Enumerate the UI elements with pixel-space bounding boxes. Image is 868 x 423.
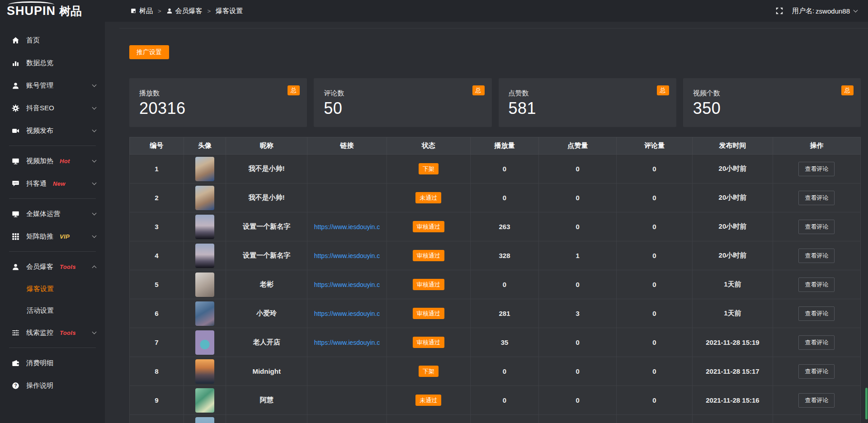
sidebar-subitem[interactable]: 活动设置 xyxy=(0,300,105,321)
sidebar-item[interactable]: 抖音SEO xyxy=(0,97,105,119)
view-comments-button[interactable]: 查看评论 xyxy=(798,249,835,263)
view-comments-button[interactable]: 查看评论 xyxy=(798,306,835,321)
svg-text:?: ? xyxy=(14,383,17,388)
user-icon xyxy=(12,263,19,271)
video-link[interactable]: https://www.iesdouyin.c xyxy=(314,281,380,288)
divider xyxy=(9,348,96,348)
table-row: 4 设置一个新名字 https://www.iesdouyin.c 审核通过 3… xyxy=(130,241,861,270)
chart-icon xyxy=(12,59,19,67)
video-link[interactable]: https://www.iesdouyin.c xyxy=(314,223,380,230)
cell-publish-time: 1天前 xyxy=(693,299,773,328)
table-row: 2 我不是小帅! 未通过 0 0 0 20小时前 查看评论 xyxy=(130,183,861,212)
table-row: 3 设置一个新名字 https://www.iesdouyin.c 审核通过 2… xyxy=(130,212,861,241)
user-icon xyxy=(166,8,173,14)
username-label: 用户名: xyxy=(792,7,814,15)
sidebar-item-label: 账号管理 xyxy=(26,81,53,90)
sidebar-item[interactable]: 视频加热 Hot xyxy=(0,150,105,172)
stat-card: 视频个数 350 总 xyxy=(683,78,861,127)
cell-likes: 0 xyxy=(539,357,616,386)
table-row: 1 我不是小帅! 下架 0 0 0 20小时前 查看评论 xyxy=(130,155,861,183)
video-link[interactable]: https://www.iesdouyin.c xyxy=(314,310,380,317)
cell-likes xyxy=(539,415,616,423)
cell-id: 9 xyxy=(130,386,184,415)
breadcrumb-item[interactable]: 会员爆客 xyxy=(166,7,203,15)
sidebar-item[interactable]: 会员爆客 Tools xyxy=(0,255,105,278)
cell-id: 6 xyxy=(130,299,184,328)
avatar xyxy=(195,215,214,239)
chevron-down-icon xyxy=(854,8,858,13)
sidebar-item[interactable]: 抖客通 New xyxy=(0,172,105,195)
view-comments-button[interactable]: 查看评论 xyxy=(798,191,835,205)
monitor-icon xyxy=(12,210,19,218)
table-row: 5 老彬 https://www.iesdouyin.c 审核通过 0 0 0 … xyxy=(130,270,861,299)
sidebar-item[interactable]: 线索监控 Tools xyxy=(0,321,105,344)
sidebar-item[interactable]: 数据总览 xyxy=(0,52,105,74)
stat-card-total-badge: 总 xyxy=(841,85,854,95)
cell-likes: 0 xyxy=(539,328,616,357)
cell-likes: 0 xyxy=(539,270,616,299)
view-comments-button[interactable]: 查看评论 xyxy=(798,393,835,408)
content: 推广设置 播放数 20316 总 评论数 50 总 点赞数 581 总 视频个数… xyxy=(105,22,868,423)
sidebar-item[interactable]: 视频发布 xyxy=(0,119,105,142)
status-badge: 审核通过 xyxy=(413,279,444,291)
cell-likes: 0 xyxy=(539,155,616,183)
column-header: 状态 xyxy=(387,137,470,155)
cell-id: 4 xyxy=(130,241,184,270)
view-comments-button[interactable]: 查看评论 xyxy=(798,220,835,234)
cell-plays: 35 xyxy=(470,328,539,357)
avatar xyxy=(195,359,214,384)
stat-card-label: 点赞数 xyxy=(509,89,667,98)
cell-plays: 0 xyxy=(470,270,539,299)
cell-comments: 0 xyxy=(616,270,692,299)
stat-card: 评论数 50 总 xyxy=(314,78,491,127)
table-header-row: 编号头像昵称链接状态播放量点赞量评论量发布时间操作 xyxy=(130,137,861,155)
cell-plays: 281 xyxy=(470,299,539,328)
column-header: 头像 xyxy=(184,137,226,155)
cell-id: 8 xyxy=(130,357,184,386)
breadcrumb-label: 会员爆客 xyxy=(175,7,203,15)
brand-logo-en: SHUPIN xyxy=(7,5,56,17)
grid-icon xyxy=(12,233,19,240)
stat-card-total-badge: 总 xyxy=(657,85,669,95)
breadcrumb-item[interactable]: 爆客设置 xyxy=(216,7,243,15)
cell-likes: 0 xyxy=(539,212,616,241)
view-comments-button[interactable]: 查看评论 xyxy=(798,335,835,350)
brand-logo-cn: 树品 xyxy=(59,5,82,17)
column-header: 发布时间 xyxy=(693,137,773,155)
scrollbar-thumb[interactable] xyxy=(865,388,868,419)
sidebar-item-label: 首页 xyxy=(26,36,40,45)
sidebar-item[interactable]: 首页 xyxy=(0,29,105,52)
chevron-down-icon xyxy=(92,211,97,215)
cell-publish-time: 2021-11-28 15:16 xyxy=(693,386,773,415)
brand-logo[interactable]: SHUPIN 树品 xyxy=(0,0,105,22)
sidebar-item[interactable]: 消费明细 xyxy=(0,352,105,374)
cell-publish-time: 20小时前 xyxy=(693,183,773,212)
divider xyxy=(119,28,868,28)
status-badge: 审核通过 xyxy=(413,250,444,262)
view-comments-button[interactable]: 查看评论 xyxy=(798,162,835,176)
sidebar-item-label: 消费明细 xyxy=(26,359,53,367)
view-comments-button[interactable]: 查看评论 xyxy=(798,364,835,379)
cell-publish-time: 2021-11-28 15:17 xyxy=(693,357,773,386)
sidebar-item[interactable]: ? 操作说明 xyxy=(0,374,105,397)
view-comments-button[interactable]: 查看评论 xyxy=(798,277,835,292)
sidebar-item[interactable]: 矩阵助推 VIP xyxy=(0,225,105,248)
table-row: 8 Midnight 下架 0 0 0 2021-11-28 15:17 查看评… xyxy=(130,357,861,386)
cell-plays: 263 xyxy=(470,212,539,241)
sidebar-item[interactable]: 账号管理 xyxy=(0,74,105,97)
breadcrumb-item[interactable]: 树品 xyxy=(130,7,153,15)
sidebar-item[interactable]: 全媒体运营 xyxy=(0,202,105,225)
avatar xyxy=(195,301,214,326)
cell-comments: 0 xyxy=(616,357,692,386)
avatar xyxy=(195,157,214,181)
user-menu[interactable]: 用户名: zswodun88 xyxy=(792,7,857,15)
video-link[interactable]: https://www.iesdouyin.c xyxy=(314,339,380,346)
fullscreen-icon[interactable] xyxy=(776,7,783,14)
promotion-settings-button[interactable]: 推广设置 xyxy=(129,45,169,59)
cell-plays: 0 xyxy=(470,357,539,386)
video-link[interactable]: https://www.iesdouyin.c xyxy=(314,252,380,259)
breadcrumb-label: 爆客设置 xyxy=(216,7,243,15)
sidebar-subitem[interactable]: 爆客设置 xyxy=(0,278,105,300)
gear-icon xyxy=(12,104,19,112)
sidebar-item-label: 视频加热 xyxy=(26,157,53,165)
